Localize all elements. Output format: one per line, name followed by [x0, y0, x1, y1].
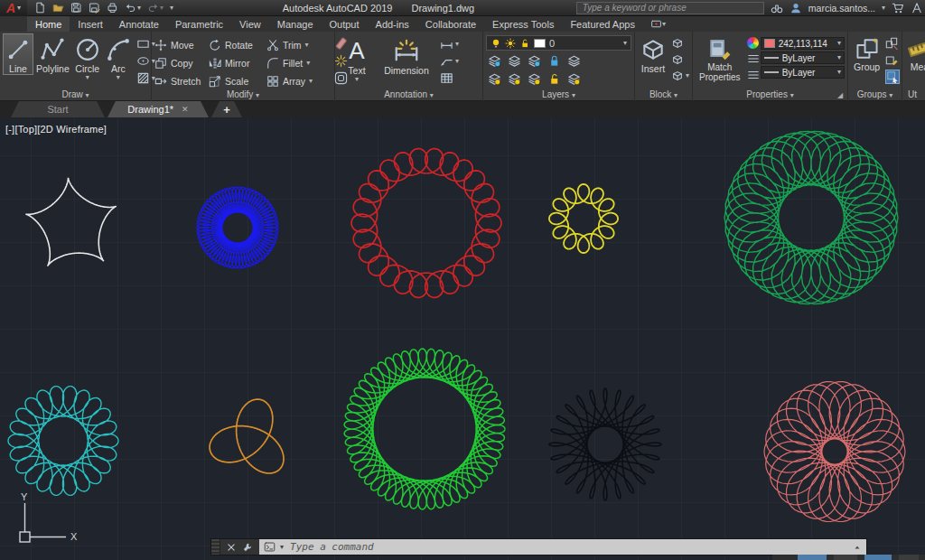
layer-unlock-icon[interactable]: [519, 38, 530, 49]
app-store-cart-icon[interactable]: [892, 2, 904, 14]
help-search-input[interactable]: [581, 2, 760, 14]
green-rosette-spiro[interactable]: [724, 131, 898, 303]
undo-button[interactable]: ▾: [125, 2, 141, 14]
linetype-list-icon[interactable]: [747, 69, 760, 81]
panel-label-block[interactable]: Block ▾: [635, 89, 692, 100]
match-properties-button[interactable]: Match Properties: [696, 33, 744, 83]
plot-icon[interactable]: [107, 2, 118, 14]
ribbon-tab-annotate[interactable]: Annotate: [111, 16, 167, 32]
mirror-button[interactable]: Mirror: [209, 57, 266, 70]
block-attributes-button[interactable]: ▾: [671, 70, 689, 82]
arc-button[interactable]: Arc ▾: [103, 33, 134, 82]
color-wheel-icon[interactable]: [747, 37, 759, 49]
object-color-dropdown[interactable]: 242,113,114 ▾: [761, 37, 845, 50]
trim-button[interactable]: Trim▾: [266, 39, 332, 51]
command-close-icon[interactable]: [227, 543, 236, 552]
command-customize-wrench-icon[interactable]: [242, 542, 253, 553]
ribbon-tab-manage[interactable]: Manage: [269, 16, 322, 32]
new-drawing-tab-button[interactable]: +: [211, 101, 242, 117]
new-file-icon[interactable]: [34, 2, 46, 14]
ribbon-tab-home[interactable]: Home: [27, 16, 70, 32]
rotate-button[interactable]: Rotate: [209, 39, 266, 51]
text-button[interactable]: A Text ▾: [338, 33, 376, 84]
layer-properties-small-icon[interactable]: [567, 54, 581, 68]
layer-match-icon[interactable]: [508, 72, 521, 86]
table-button[interactable]: [440, 71, 459, 85]
create-block-button[interactable]: [671, 37, 689, 50]
lineweight-dropdown[interactable]: ByLayer ▾: [761, 51, 845, 64]
layer-freeze-icon[interactable]: [528, 54, 541, 68]
undo-caret-icon[interactable]: ▾: [137, 5, 141, 12]
command-line-bar[interactable]: ▾: [210, 538, 867, 555]
red-ring-spiro[interactable]: [351, 149, 501, 298]
line-button[interactable]: Line: [3, 33, 33, 75]
group-selection-toggle[interactable]: [885, 70, 900, 84]
edit-block-button[interactable]: [671, 53, 689, 66]
panel-label-layers[interactable]: Layers ▾: [483, 89, 634, 100]
redo-button[interactable]: ▾: [147, 2, 164, 14]
viewport-menu-control[interactable]: [-]: [5, 124, 14, 135]
command-input[interactable]: [288, 540, 848, 554]
panel-label-groups[interactable]: Groups ▾: [848, 89, 902, 100]
copy-button[interactable]: Copy: [154, 57, 209, 70]
pink-rosette-spiro[interactable]: [764, 382, 905, 522]
green-dense-spiro[interactable]: [344, 349, 505, 509]
ribbon-tab-view[interactable]: View: [231, 16, 269, 32]
dim-style-button[interactable]: ▾: [440, 37, 459, 51]
ribbon-tab-add-ins[interactable]: Add-ins: [368, 16, 417, 32]
insert-button[interactable]: Insert: [638, 33, 668, 75]
layer-walk-icon[interactable]: [567, 72, 581, 86]
ungroup-button[interactable]: [885, 37, 900, 50]
panel-label-draw[interactable]: Draw ▾: [0, 89, 151, 100]
arc-caret-icon[interactable]: ▾: [117, 74, 120, 81]
username-label[interactable]: marcia.santos...: [808, 3, 875, 14]
tab-drawing1[interactable]: Drawing1* ✕: [107, 101, 209, 117]
ribbon-minimize-caret-icon[interactable]: ▾: [662, 21, 666, 28]
save-as-icon[interactable]: [89, 2, 100, 14]
yellow-loop-spiro[interactable]: [549, 184, 618, 253]
panel-label-properties[interactable]: Properties ▾: [693, 89, 847, 100]
open-folder-icon[interactable]: [52, 2, 64, 14]
tab-start[interactable]: Start: [11, 101, 105, 117]
ribbon-tab-insert[interactable]: Insert: [70, 16, 111, 32]
linetype-dropdown[interactable]: ByLayer ▾: [761, 66, 845, 79]
ribbon-tab-collaborate[interactable]: Collaborate: [417, 16, 484, 32]
drawing-canvas[interactable]: [-][Top][2D Wireframe] Y X ▾: [0, 117, 925, 560]
panel-label-annotation[interactable]: Annotation ▾: [335, 89, 482, 100]
lineweight-list-icon[interactable]: [747, 52, 760, 65]
save-icon[interactable]: [70, 2, 82, 14]
ribbon-tab-parametric[interactable]: Parametric: [167, 16, 231, 32]
multileader-button[interactable]: ▾: [440, 54, 459, 68]
command-bar-drag-handle[interactable]: [211, 539, 220, 555]
white-star-spiro[interactable]: [23, 173, 121, 266]
autodesk-exchange-icon[interactable]: [911, 2, 923, 14]
measure-button[interactable]: Mea: [905, 33, 925, 73]
app-menu-button[interactable]: A ▾: [0, 0, 27, 16]
command-history-caret-icon[interactable]: [853, 543, 862, 552]
properties-dialog-launcher-icon[interactable]: ◢: [837, 92, 845, 99]
layer-unisolate-icon[interactable]: [508, 54, 521, 68]
ribbon-tab-output[interactable]: Output: [322, 16, 368, 32]
layer-make-current-icon[interactable]: [488, 72, 501, 86]
circle-caret-icon[interactable]: ▾: [86, 74, 89, 81]
redo-caret-icon[interactable]: ▾: [160, 5, 164, 12]
fillet-button[interactable]: Fillet▾: [266, 57, 332, 70]
recent-commands-caret-icon[interactable]: ▾: [280, 544, 284, 551]
user-menu-caret-icon[interactable]: ▾: [882, 5, 885, 12]
help-search-box[interactable]: [576, 2, 764, 14]
layer-dropdown-caret-icon[interactable]: ▾: [623, 40, 627, 47]
ribbon-tab-express-tools[interactable]: Express Tools: [484, 16, 562, 32]
tab-close-icon[interactable]: ✕: [182, 105, 189, 114]
signin-person-icon[interactable]: [790, 2, 802, 14]
layer-on-bulb-icon[interactable]: [491, 38, 501, 49]
layer-lock-icon[interactable]: [547, 54, 561, 68]
layer-thaw-sun-icon[interactable]: [505, 38, 516, 49]
layer-unlock-small-icon[interactable]: [547, 72, 561, 86]
stretch-button[interactable]: Stretch: [154, 75, 209, 88]
qat-customize-icon[interactable]: ▾: [170, 5, 173, 12]
group-button[interactable]: Group: [851, 33, 883, 73]
move-button[interactable]: Move: [154, 39, 209, 51]
polyline-button[interactable]: Polyline: [33, 33, 72, 75]
panel-label-utilities[interactable]: Ut: [902, 89, 925, 100]
blue-dense-spiro[interactable]: [197, 187, 278, 268]
